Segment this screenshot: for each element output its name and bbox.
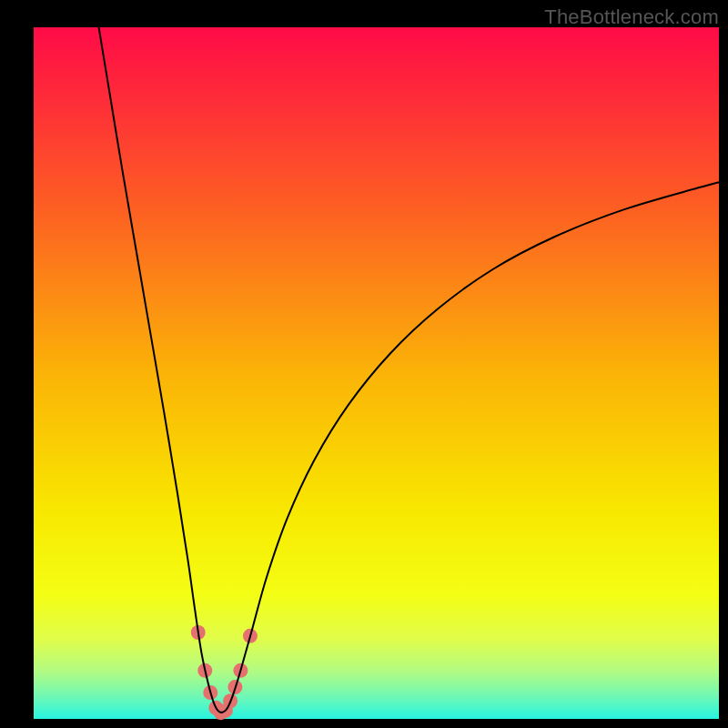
chart-container: TheBottleneck.com — [0, 0, 728, 728]
watermark-text: TheBottleneck.com — [544, 5, 719, 29]
plot-background — [34, 27, 719, 719]
bottleneck-chart — [0, 0, 728, 728]
